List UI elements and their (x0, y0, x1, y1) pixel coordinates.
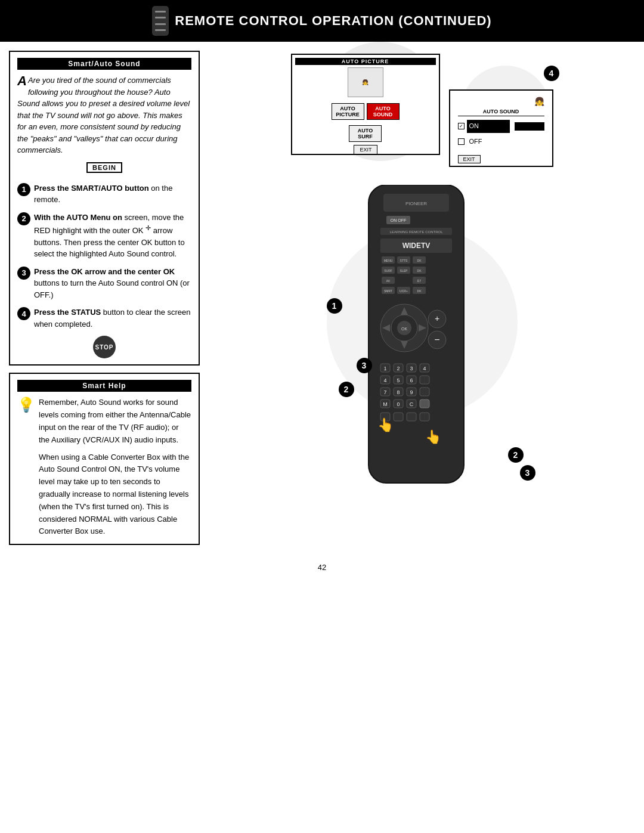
diagram-step-3-bottom: 3 (520, 465, 535, 481)
screens-area: AUTO PICTURE 👧 AUTOPICTURE AUTOSOUND AUT… (209, 54, 635, 167)
exit-btn-main[interactable]: EXIT (354, 145, 377, 154)
svg-text:DK: DK (417, 269, 422, 272)
svg-rect-57 (420, 376, 429, 384)
main-screen: AUTO PICTURE 👧 AUTOPICTURE AUTOSOUND AUT… (291, 54, 440, 155)
svg-text:👆: 👆 (377, 417, 394, 433)
step-2-num: 2 (17, 212, 30, 225)
begin-badge: BEGIN (86, 162, 122, 173)
lightbulb-icon: 💡 (17, 397, 34, 413)
svg-rect-64 (420, 388, 429, 396)
remote-icon (152, 6, 169, 36)
svg-rect-74 (407, 413, 416, 421)
svg-text:SURF: SURF (384, 269, 392, 272)
step-2-text: With the AUTO Menu on screen, move the R… (34, 212, 191, 260)
page-title: Remote Control Operation (Continued) (175, 13, 491, 29)
left-column: Smart/Auto Sound A Are you tired of the … (9, 51, 200, 545)
svg-text:DK: DK (417, 259, 422, 262)
step-3-num: 3 (17, 267, 30, 280)
remote-svg: PIONEER ON OFF LEARNING REMOTE CONTROL W… (351, 185, 482, 495)
svg-text:C: C (409, 401, 413, 407)
right-column: AUTO PICTURE 👧 AUTOPICTURE AUTOSOUND AUT… (209, 51, 635, 545)
smart-help-title: Smart Help (17, 380, 191, 392)
auto-sound-options: ✓ ON OFF (458, 120, 544, 148)
smart-help-text: Remember, Auto Sound works for sound lev… (39, 397, 191, 538)
main-screen-title: AUTO PICTURE (295, 58, 436, 65)
svg-text:PIONEER: PIONEER (405, 201, 426, 206)
svg-text:M: M (383, 401, 388, 407)
off-label[interactable]: OFF (467, 135, 544, 148)
step-2: 2 With the AUTO Menu on screen, move the… (17, 212, 191, 260)
remote-diagram: PIONEER ON OFF LEARNING REMOTE CONTROL W… (309, 179, 535, 525)
svg-text:7: 7 (383, 389, 386, 395)
auto-surf-btn[interactable]: AUTOSURF (349, 125, 382, 142)
svg-text:STTS: STTS (400, 259, 407, 262)
svg-text:AV: AV (386, 279, 390, 283)
on-checkbox[interactable]: ✓ (458, 123, 465, 129)
smart-auto-sound-box: Smart/Auto Sound A Are you tired of the … (9, 51, 200, 366)
svg-text:SLEP: SLEP (400, 269, 407, 272)
svg-text:5: 5 (397, 377, 400, 383)
page-body: Smart/Auto Sound A Are you tired of the … (0, 42, 644, 554)
svg-rect-75 (420, 413, 429, 421)
step-1-num: 1 (17, 183, 30, 196)
off-checkbox[interactable] (458, 138, 465, 145)
svg-text:4: 4 (383, 377, 386, 383)
diagram-step-2-bottom: 2 (508, 447, 524, 463)
svg-text:+: + (434, 314, 439, 323)
svg-text:👆: 👆 (425, 429, 442, 445)
step-1: 1 Press the SMART/AUTO button on the rem… (17, 182, 191, 206)
auto-menu-buttons: AUTOPICTURE AUTOSOUND (295, 100, 436, 123)
svg-text:ON  OFF: ON OFF (390, 218, 405, 222)
svg-text:0: 0 (397, 401, 400, 407)
svg-text:LEARNING REMOTE CONTROL: LEARNING REMOTE CONTROL (389, 230, 443, 234)
step-4-num: 4 (17, 307, 30, 320)
step-3-text: Press the OK arrow and the center OK but… (34, 266, 191, 301)
page-number: 42 (0, 554, 644, 581)
exit-btn-secondary[interactable]: EXIT (458, 155, 481, 163)
auto-sound-screen: 👧 AUTO SOUND ✓ ON OFF (453, 94, 549, 166)
smart-auto-title: Smart/Auto Sound (17, 58, 191, 70)
auto-picture-btn[interactable]: AUTOPICTURE (332, 103, 364, 120)
stop-badge: STOP (17, 336, 191, 358)
svg-text:D7: D7 (417, 279, 421, 283)
secondary-screen: 👧 AUTO SOUND ✓ ON OFF (449, 89, 553, 167)
intro-text: A Are you tired of the sound of commerci… (17, 75, 191, 156)
svg-text:−: − (434, 335, 439, 345)
on-label[interactable]: ON (467, 120, 510, 133)
step-4-text: Press the STATUS button to clear the scr… (34, 306, 191, 330)
step-3: 3 Press the OK arrow and the center OK b… (17, 266, 191, 301)
svg-text:UCR+: UCR+ (400, 289, 408, 293)
diagram-step-3: 3 (357, 358, 372, 373)
diagram-step-4: 4 (544, 66, 559, 81)
diagram-step-2-lower: 2 (339, 382, 354, 397)
step-4: 4 Press the STATUS button to clear the s… (17, 306, 191, 330)
svg-text:6: 6 (410, 377, 413, 383)
svg-rect-71 (420, 400, 429, 408)
svg-rect-73 (394, 413, 403, 421)
svg-text:WIDETV: WIDETV (402, 241, 430, 250)
svg-text:4: 4 (423, 366, 426, 371)
svg-text:1: 1 (383, 366, 386, 371)
svg-text:9: 9 (410, 389, 413, 395)
auto-sound-title: AUTO SOUND (458, 109, 544, 116)
diagram-step-1: 1 (327, 298, 342, 314)
page-header: Remote Control Operation (Continued) (0, 0, 644, 42)
svg-text:OK: OK (401, 327, 407, 331)
off-option: OFF (458, 135, 544, 148)
svg-text:8: 8 (397, 389, 400, 395)
svg-text:DK: DK (417, 289, 422, 293)
smart-help-box: Smart Help 💡 Remember, Auto Sound works … (9, 373, 200, 545)
auto-sound-btn[interactable]: AUTOSOUND (367, 103, 400, 120)
svg-text:3: 3 (410, 366, 413, 371)
smart-help-content: 💡 Remember, Auto Sound works for sound l… (17, 397, 191, 538)
svg-text:MENU: MENU (383, 259, 392, 262)
step-1-text: Press the SMART/AUTO button on the remot… (34, 182, 191, 206)
stop-circle: STOP (93, 336, 116, 358)
on-option: ✓ ON (458, 120, 544, 133)
svg-text:SMRT: SMRT (383, 289, 392, 293)
svg-text:2: 2 (397, 366, 400, 371)
